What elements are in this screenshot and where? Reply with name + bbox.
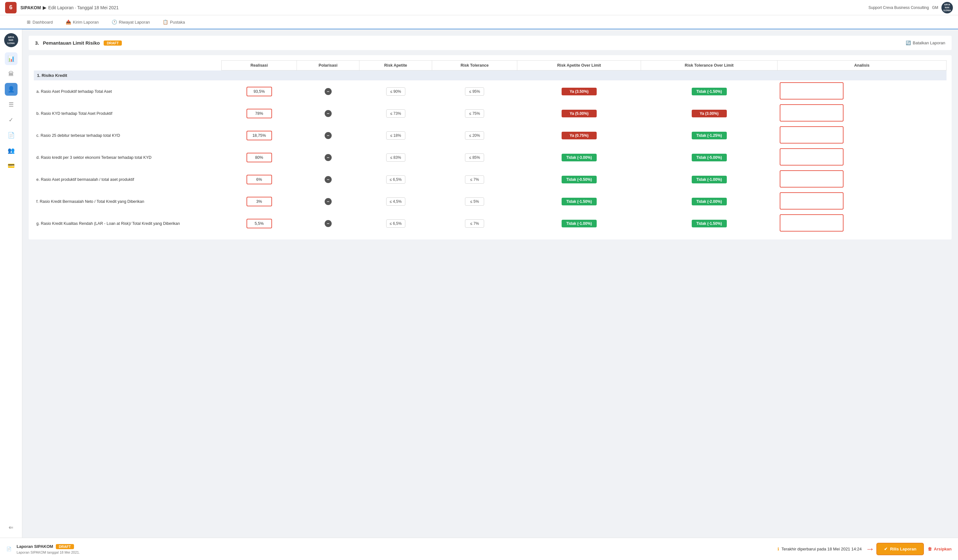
- row-b-tolerance-ol: Ya (3.00%): [641, 102, 777, 124]
- breadcrumb-page: Edit Laporan · Tanggal 18 Mei 2021: [48, 5, 119, 10]
- row-b-polarisasi: −: [297, 102, 359, 124]
- library-icon: 📋: [163, 19, 168, 25]
- breadcrumb-sipakom[interactable]: SIPAKOM: [21, 5, 41, 10]
- row-b-analisis[interactable]: [777, 102, 946, 124]
- row-d-analisis[interactable]: [777, 146, 946, 168]
- row-f-tolerance-ol: Tidak (-2.00%): [641, 190, 777, 213]
- nav-pustaka-label: Pustaka: [170, 20, 185, 25]
- row-e-apetite: ≤ 6,5%: [359, 168, 432, 190]
- row-g-apetite-ol: Tidak (-1.00%): [517, 213, 641, 235]
- table-row: b. Rasio KYD terhadap Total Aset Produkt…: [34, 102, 947, 124]
- row-d-apetite: ≤ 83%: [359, 146, 432, 168]
- risk-table: Realisasi Polarisasi Risk Apetite Risk T…: [34, 60, 947, 235]
- sidebar-item-list[interactable]: ☰: [5, 98, 17, 111]
- row-a-apetite-ol: Ya (3.50%): [517, 80, 641, 102]
- row-f-apetite: ≤ 4,5%: [359, 190, 432, 213]
- history-icon: 🕐: [112, 19, 117, 25]
- row-f-analisis[interactable]: [777, 190, 946, 213]
- header-realisasi: Realisasi: [222, 60, 297, 70]
- header-risk-apetite-ol: Risk Apetite Over Limit: [517, 60, 641, 70]
- table-row: e. Rasio Aset produktif bermasalah / tot…: [34, 168, 947, 190]
- row-g-apetite: ≤ 6,5%: [359, 213, 432, 235]
- sidebar: ARYANAKILENIA 📊 🏛 👤 ☰ ✓ 📄 👥 💳 ⇐: [0, 29, 22, 538]
- sidebar-item-group[interactable]: 👥: [5, 144, 17, 157]
- row-d-tolerance: ≤ 85%: [432, 146, 517, 168]
- row-a-polarisasi: −: [297, 80, 359, 102]
- row-d-tolerance-ol: Tidak (-5.00%): [641, 146, 777, 168]
- row-g-polarisasi: −: [297, 213, 359, 235]
- row-a-tolerance-ol: Tidak (-1.50%): [641, 80, 777, 102]
- row-c-analisis[interactable]: [777, 124, 946, 146]
- section-number: 3.: [35, 40, 39, 46]
- row-a-analisis[interactable]: [777, 80, 946, 102]
- row-d-label: d. Rasio kredit per 3 sektor ekonomi Ter…: [34, 146, 222, 168]
- nav-item-dashboard[interactable]: ⊞ Dashboard: [25, 19, 54, 25]
- sidebar-avatar: ARYANAKILENIA: [4, 33, 18, 47]
- row-c-realisasi[interactable]: [222, 124, 297, 146]
- row-f-realisasi[interactable]: [222, 190, 297, 213]
- table-row: d. Rasio kredit per 3 sektor ekonomi Ter…: [34, 146, 947, 168]
- sidebar-item-bank[interactable]: 🏛: [5, 68, 17, 80]
- main-layout: ARYANAKILENIA 📊 🏛 👤 ☰ ✓ 📄 👥 💳 ⇐ 3. Peman…: [0, 29, 958, 538]
- header-risk-apetite: Risk Apetite: [359, 60, 432, 70]
- table-row: g. Rasio Kredit Kualitas Rendah (LAR - L…: [34, 213, 947, 235]
- nav-item-pustaka[interactable]: 📋 Pustaka: [161, 19, 186, 25]
- row-d-apetite-ol: Tidak (-3.00%): [517, 146, 641, 168]
- sidebar-item-card[interactable]: 💳: [5, 159, 17, 172]
- row-g-tolerance-ol: Tidak (-1.50%): [641, 213, 777, 235]
- row-a-apetite: ≤ 90%: [359, 80, 432, 102]
- row-f-apetite-ol: Tidak (-1.50%): [517, 190, 641, 213]
- row-e-realisasi[interactable]: [222, 168, 297, 190]
- sidebar-item-logout[interactable]: ⇐: [5, 521, 17, 534]
- table-wrapper: Realisasi Polarisasi Risk Apetite Risk T…: [29, 55, 952, 240]
- breadcrumb: SIPAKOM ▶ Edit Laporan · Tanggal 18 Mei …: [21, 5, 119, 10]
- row-g-analisis[interactable]: [777, 213, 946, 235]
- row-f-polarisasi: −: [297, 190, 359, 213]
- user-name: Support Creva Business Consulting: [868, 5, 929, 10]
- row-d-realisasi[interactable]: [222, 146, 297, 168]
- row-e-analisis[interactable]: [777, 168, 946, 190]
- section-row-kredit: 1. Risiko Kredit: [34, 70, 947, 81]
- user-role: GM: [932, 5, 938, 10]
- sidebar-item-doc[interactable]: 📄: [5, 129, 17, 141]
- app-logo: 6: [5, 2, 17, 13]
- row-b-realisasi[interactable]: [222, 102, 297, 124]
- section-name: Pemantauan Limit Risiko: [43, 40, 100, 46]
- batalkan-button[interactable]: 🔄 Batalkan Laporan: [906, 41, 945, 45]
- row-e-tolerance: ≤ 7%: [432, 168, 517, 190]
- content-area: 3. Pemantauan Limit Risiko DRAFT 🔄 Batal…: [22, 29, 958, 538]
- draft-badge: DRAFT: [104, 41, 122, 46]
- row-f-label: f. Rasio Kredit Bermasalah Neto / Total …: [34, 190, 222, 213]
- header-risk-tolerance-ol: Risk Tolerance Over Limit: [641, 60, 777, 70]
- header-risk-tolerance: Risk Tolerance: [432, 60, 517, 70]
- sidebar-item-user[interactable]: 👤: [5, 83, 17, 96]
- nav-item-riwayat[interactable]: 🕐 Riwayat Laporan: [110, 19, 151, 25]
- row-g-realisasi[interactable]: [222, 213, 297, 235]
- table-row: a. Rasio Aset Produktif terhadap Total A…: [34, 80, 947, 102]
- table-row: f. Rasio Kredit Bermasalah Neto / Total …: [34, 190, 947, 213]
- section-kredit-label: 1. Risiko Kredit: [34, 70, 947, 81]
- sidebar-item-check[interactable]: ✓: [5, 114, 17, 126]
- row-g-tolerance: ≤ 7%: [432, 213, 517, 235]
- row-b-apetite: ≤ 73%: [359, 102, 432, 124]
- row-a-realisasi[interactable]: [222, 80, 297, 102]
- row-g-label: g. Rasio Kredit Kualitas Rendah (LAR - L…: [34, 213, 222, 235]
- breadcrumb-sep: ▶: [43, 5, 46, 10]
- header-label-col: [34, 60, 222, 70]
- header-analisis: Analisis: [777, 60, 946, 70]
- row-d-polarisasi: −: [297, 146, 359, 168]
- top-header: 6 SIPAKOM ▶ Edit Laporan · Tanggal 18 Me…: [0, 0, 958, 15]
- row-c-polarisasi: −: [297, 124, 359, 146]
- sidebar-item-chart[interactable]: 📊: [5, 52, 17, 65]
- section-header: 3. Pemantauan Limit Risiko DRAFT 🔄 Batal…: [29, 36, 952, 50]
- row-c-tolerance-ol: Tidak (-1.25%): [641, 124, 777, 146]
- row-f-tolerance: ≤ 5%: [432, 190, 517, 213]
- row-e-tolerance-ol: Tidak (-1.00%): [641, 168, 777, 190]
- send-icon: 📤: [66, 19, 71, 25]
- row-c-label: c. Rasio 25 debitur terbesar terhadap to…: [34, 124, 222, 146]
- batalkan-icon: 🔄: [906, 41, 911, 45]
- row-e-polarisasi: −: [297, 168, 359, 190]
- row-b-label: b. Rasio KYD terhadap Total Aset Produkt…: [34, 102, 222, 124]
- nav-dashboard-label: Dashboard: [33, 20, 53, 25]
- nav-item-kirim[interactable]: 📤 Kirim Laporan: [64, 19, 100, 25]
